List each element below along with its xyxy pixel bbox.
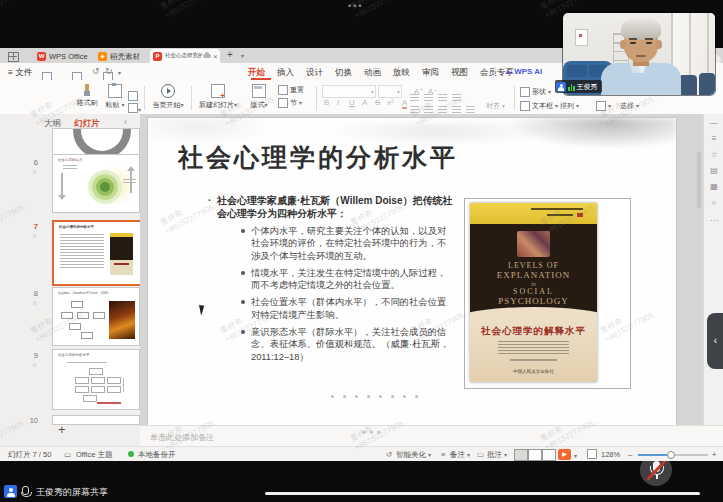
slide-thumbnail-8[interactable]: 社会研究（Jonathan H Turner，2008）: [52, 287, 140, 346]
media-icon[interactable]: ▦: [704, 182, 723, 191]
play-options-caret-icon[interactable]: ▾: [574, 452, 577, 459]
underline-button[interactable]: U: [349, 98, 355, 107]
collapse-panel-icon[interactable]: ‹: [124, 117, 127, 127]
beautify-button[interactable]: 智能美化 ▾: [396, 450, 431, 460]
tab-list-caret-icon[interactable]: ▾: [241, 52, 244, 59]
align-right-icon[interactable]: [438, 94, 447, 101]
handle-icon[interactable]: —: [704, 118, 723, 127]
align-center-icon[interactable]: [424, 94, 433, 101]
normal-view-button[interactable]: [514, 449, 528, 461]
notes-resize-handle[interactable]: ●●●: [362, 428, 384, 435]
bold-button[interactable]: B: [324, 98, 329, 107]
close-tab-icon[interactable]: ×: [213, 52, 218, 61]
tab-docer-store[interactable]: ◈ 稻壳素材: [96, 49, 146, 63]
book-cover: LEVELS OF EXPLANATION in SOCIAL PSYCHOLO…: [470, 203, 597, 382]
justify-icon[interactable]: [452, 94, 461, 101]
new-tab-button[interactable]: +: [227, 49, 233, 60]
slide-thumbnail-6[interactable]: 社会心态的特点: [52, 154, 140, 213]
menu-insert[interactable]: 插入: [277, 67, 294, 79]
backup-label[interactable]: 本地备份开: [138, 450, 176, 460]
italic-button[interactable]: I: [337, 98, 339, 107]
reset-button[interactable]: 重置: [278, 85, 304, 95]
zoom-out-button[interactable]: –: [628, 450, 632, 459]
favorite-star-icon[interactable]: ☆: [32, 232, 37, 239]
select-button[interactable]: 选择 ▾: [620, 101, 639, 111]
star-favorites-icon[interactable]: ☆: [704, 150, 723, 159]
redo-icon[interactable]: ↻: [105, 66, 113, 76]
layout-button[interactable]: 版式▾: [244, 84, 274, 110]
properties-icon[interactable]: ≡: [704, 134, 723, 143]
vertical-scrollbar[interactable]: [697, 152, 701, 208]
slide-sorter-view-button[interactable]: [528, 449, 542, 461]
slide-number: 6: [26, 158, 38, 167]
font-size-select[interactable]: ▾: [378, 85, 402, 98]
merge-shapes-button[interactable]: ▾: [596, 101, 611, 111]
play-from-current-button[interactable]: 当页开始▾: [148, 84, 188, 110]
history-clock-icon[interactable]: ○: [704, 198, 723, 207]
theme-label[interactable]: Office 主题: [76, 450, 113, 460]
font-color-button[interactable]: A: [402, 98, 407, 109]
menu-review[interactable]: 审阅: [422, 67, 439, 79]
paste-button[interactable]: 粘贴 ▾: [102, 84, 128, 110]
format-painter-button[interactable]: 格式刷: [72, 84, 102, 108]
slide-thumbnail-7-selected[interactable]: 社会心理学的分析水平: [52, 220, 142, 286]
file-menu[interactable]: ≡ 文件: [8, 67, 32, 79]
align-button[interactable]: 对齐 ▾: [486, 101, 505, 111]
favorite-star-icon[interactable]: ☆: [32, 299, 37, 306]
fullscreen-icon[interactable]: [587, 449, 597, 459]
text-effects-button[interactable]: A: [362, 98, 367, 107]
tab-document[interactable]: P 社会心态研究的进展和未来 ×: [150, 49, 220, 63]
comments-icon: ▭: [477, 450, 484, 459]
play-slideshow-button[interactable]: ▶: [558, 449, 571, 460]
more-tools-icon[interactable]: ⋯: [704, 216, 723, 225]
align-left-icon[interactable]: [410, 94, 419, 101]
slide-title[interactable]: 社会心理学的分析水平: [178, 141, 458, 174]
bullet-list-icon[interactable]: [410, 106, 419, 113]
book-cover-image[interactable]: LEVELS OF EXPLANATION in SOCIAL PSYCHOLO…: [464, 198, 631, 389]
reset-icon: [278, 85, 288, 95]
notes-bar[interactable]: 单击此处添加备注 ●●●: [140, 425, 723, 447]
indent-icon[interactable]: [452, 106, 461, 113]
outdent-icon[interactable]: [438, 106, 447, 113]
layers-icon[interactable]: ▤: [704, 166, 723, 175]
menu-slideshow[interactable]: 放映: [393, 67, 410, 79]
slide-thumbnail-partial[interactable]: [52, 128, 140, 156]
comments-button[interactable]: 批注 ▾: [487, 450, 507, 460]
collapse-sidebar-tab[interactable]: ‹: [707, 313, 723, 369]
meeting-more-button[interactable]: •••: [348, 1, 363, 11]
line-spacing-icon[interactable]: [466, 106, 475, 113]
webcam-feed[interactable]: 王俊秀: [563, 13, 715, 95]
zoom-slider-thumb[interactable]: [667, 451, 675, 459]
undo-icon[interactable]: ↺: [92, 66, 100, 76]
menu-view[interactable]: 视图: [451, 67, 468, 79]
favorite-star-icon[interactable]: ☆: [32, 361, 37, 368]
reading-view-button[interactable]: [542, 449, 556, 461]
zoom-in-button[interactable]: +: [712, 450, 716, 459]
book-publisher: 中国人民大学出版社: [470, 369, 597, 374]
meeting-progress-line[interactable]: [265, 492, 700, 495]
app-grid-icon[interactable]: [8, 52, 19, 62]
menu-wps-ai[interactable]: ▲ WPS AI: [504, 67, 542, 76]
shapes-button[interactable]: 形状 ▾: [520, 87, 551, 97]
tab-wps-home[interactable]: W WPS Office: [34, 49, 92, 63]
new-slide-button[interactable]: 新建幻灯片▾: [194, 84, 242, 110]
menu-transition[interactable]: 切换: [335, 67, 352, 79]
slide-thumbnail-9[interactable]: 社会心态的分析水平: [52, 349, 140, 410]
section-button[interactable]: 节 ▾: [278, 98, 302, 108]
superscript-button[interactable]: x²: [387, 98, 394, 107]
font-family-select[interactable]: ▾: [322, 85, 376, 98]
numbered-list-icon[interactable]: [424, 106, 433, 113]
favorite-star-icon[interactable]: ☆: [32, 168, 37, 175]
slide-body-text[interactable]: 社会心理学家威廉·杜瓦斯（Willem Doise）把传统社会心理学分为四种分析…: [208, 195, 460, 363]
add-slide-button[interactable]: +: [58, 422, 66, 437]
menu-design[interactable]: 设计: [306, 67, 323, 79]
strikethrough-button[interactable]: S: [375, 98, 380, 107]
quickbar-caret-icon[interactable]: ▾: [118, 69, 121, 76]
slide-canvas[interactable]: 社会心理学的分析水平 社会心理学家威廉·杜瓦斯（Willem Doise）把传统…: [147, 117, 677, 427]
button-label: 选择: [620, 102, 634, 109]
menu-animation[interactable]: 动画: [364, 67, 381, 79]
notes-button[interactable]: 备注 ▾: [450, 450, 470, 460]
text-box-button[interactable]: 文本框 ▾: [520, 101, 558, 111]
arrange-button[interactable]: 排列 ▾: [560, 101, 579, 111]
button-label: 排列: [560, 102, 574, 109]
